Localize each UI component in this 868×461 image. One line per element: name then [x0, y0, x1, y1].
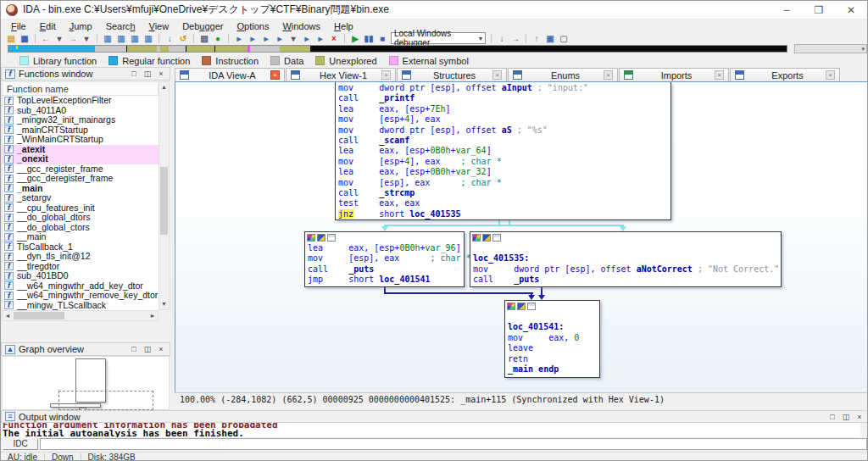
menu-item-windows[interactable]: Windows: [275, 21, 327, 31]
code-line[interactable]: mov dword ptr [esp], offset aNotCorrect …: [470, 264, 781, 275]
navigation-band[interactable]: [8, 45, 787, 53]
function-list-vscrollbar[interactable]: ▲ ▼: [159, 81, 170, 310]
node-group-icon[interactable]: [517, 303, 526, 310]
nav-band-scale-control[interactable]: ▾: [794, 44, 867, 53]
panel-restore-icon[interactable]: □: [127, 69, 141, 78]
graph-node-loc-401535[interactable]: loc_401535:mov dword ptr [esp], offset a…: [470, 231, 782, 287]
scroll-down-icon[interactable]: ▼: [159, 299, 169, 309]
node-window-icon[interactable]: [527, 303, 536, 310]
tab-imports[interactable]: Imports×: [619, 68, 729, 81]
menu-item-search[interactable]: Search: [99, 21, 142, 31]
jump-to-segment-icon[interactable]: ▥: [102, 33, 114, 44]
menu-item-edit[interactable]: Edit: [33, 21, 63, 31]
debugger-selector[interactable]: Local Windows debugger▾: [391, 32, 486, 44]
menu-item-debugger[interactable]: Debugger: [175, 21, 230, 31]
minimize-button[interactable]: –: [771, 1, 803, 19]
tab-close-button[interactable]: ×: [604, 70, 613, 80]
menu-item-file[interactable]: File: [4, 21, 33, 31]
menu-item-help[interactable]: Help: [327, 21, 360, 31]
tab-close-button[interactable]: ×: [715, 70, 724, 80]
tab-enums[interactable]: Enums×: [508, 68, 618, 81]
node-window-icon[interactable]: [492, 234, 501, 242]
node-window-icon[interactable]: [327, 234, 336, 242]
tab-exports[interactable]: Exports×: [730, 68, 840, 81]
stop-process-icon[interactable]: ■: [376, 33, 388, 44]
code-line[interactable]: mov dword ptr [esp], offset aInput ; "in…: [336, 83, 670, 93]
function-list-item[interactable]: fTopLevelExceptionFilter: [3, 96, 159, 106]
code-line[interactable]: lea eax, [esp+7Eh]: [336, 104, 670, 114]
panel-close-icon[interactable]: ×: [154, 345, 168, 353]
code-line[interactable]: call _scanf: [336, 136, 670, 146]
code-line[interactable]: mov [esp], eax ; char *: [305, 253, 464, 264]
code-line[interactable]: call _strcmp: [336, 188, 670, 198]
function-list-item[interactable]: f__gcc_deregister_frame: [3, 174, 159, 184]
code-line[interactable]: mov dword ptr [esp], offset aS ; "%s": [336, 125, 670, 136]
code-line[interactable]: loc_401535:: [470, 253, 781, 264]
vscroll-thumb[interactable]: [160, 167, 168, 235]
detach-process-icon[interactable]: ▢: [558, 33, 570, 44]
graph-view-canvas[interactable]: mov dword ptr [esp], offset aInput ; "in…: [175, 81, 868, 392]
code-line[interactable]: test eax, eax: [336, 198, 670, 208]
function-list-item[interactable]: f_setargv: [3, 193, 159, 203]
debugger-tool-icon-1[interactable]: ▸: [233, 33, 245, 44]
code-line[interactable]: lea eax, [esp+0B0h+var_32]: [336, 167, 670, 177]
tab-hex-view-1[interactable]: Hex View-1×: [286, 68, 396, 81]
panel-float-icon[interactable]: ◫: [141, 345, 154, 353]
tab-close-button[interactable]: ×: [826, 70, 835, 80]
debugger-tool-icon-4[interactable]: ▸: [274, 33, 286, 44]
debugger-dropdown-icon[interactable]: ▾: [287, 33, 299, 44]
jump-to-xref-icon[interactable]: ▥: [142, 33, 154, 44]
tab-structures[interactable]: Structures×: [397, 68, 507, 81]
code-line[interactable]: mov [esp+4], eax: [336, 114, 670, 125]
debugger-tool-icon-5[interactable]: ▸: [301, 33, 313, 44]
scroll-left-icon[interactable]: ◄: [3, 311, 13, 320]
tab-close-button[interactable]: ×: [492, 70, 502, 80]
node-colors-icon[interactable]: [472, 234, 481, 242]
code-line[interactable]: jmp short loc_401541: [305, 275, 464, 285]
code-line[interactable]: loc_401541:: [505, 322, 599, 332]
function-list-item[interactable]: f_onexit: [3, 154, 159, 164]
node-group-icon[interactable]: [317, 234, 326, 242]
panel-restore-icon[interactable]: □: [127, 345, 141, 353]
scroll-up-icon[interactable]: ▲: [159, 82, 169, 92]
code-line[interactable]: call _puts: [470, 275, 781, 285]
function-list-item[interactable]: f_mingw32_init_mainargs: [3, 115, 159, 125]
code-line[interactable]: call _puts: [305, 264, 464, 275]
cli-language-button[interactable]: IDC: [3, 438, 38, 450]
pause-process-icon[interactable]: ▮▮: [363, 33, 375, 44]
save-icon[interactable]: ▦: [19, 33, 31, 44]
node-colors-icon[interactable]: [307, 234, 315, 242]
panel-close-icon[interactable]: ×: [154, 69, 168, 78]
function-list-item[interactable]: f__do_global_dtors: [3, 213, 159, 223]
run-until-return-icon[interactable]: ↑: [531, 33, 542, 44]
jump-by-name-icon[interactable]: ▥: [115, 33, 127, 44]
start-process-icon[interactable]: ▶: [349, 33, 361, 44]
function-list-item[interactable]: f_WinMainCRTStartup: [3, 135, 159, 145]
function-list-item[interactable]: f__w64_mingwthr_remove_key_dtor: [3, 291, 159, 301]
jump-back-dropdown-icon[interactable]: ▾: [53, 33, 65, 44]
function-list-item[interactable]: f__main: [3, 232, 159, 242]
function-name-column-header[interactable]: Function name: [2, 81, 159, 96]
jump-to-address-icon[interactable]: ↓: [164, 33, 175, 44]
node-group-icon[interactable]: [482, 234, 491, 242]
code-line[interactable]: mov eax, 0: [505, 333, 599, 343]
graph-overview-canvas[interactable]: [2, 356, 170, 410]
jump-forward-dropdown-icon[interactable]: ▾: [81, 33, 92, 44]
step-over-icon[interactable]: →: [509, 33, 521, 44]
snapshot-icon[interactable]: ▨: [198, 33, 210, 44]
node-colors-icon[interactable]: [507, 303, 515, 310]
menu-item-jump[interactable]: Jump: [63, 21, 99, 31]
function-list-item[interactable]: f__dyn_tls_init@12: [3, 252, 159, 262]
graph-node-correct[interactable]: lea eax, [esp+0B0h+var_96]mov [esp], eax…: [304, 231, 465, 287]
debugger-tool-icon-3[interactable]: ▸: [260, 33, 272, 44]
function-list-item[interactable]: f__mingw_TLScallback: [3, 301, 159, 311]
undo-history-icon[interactable]: ↺: [177, 33, 189, 44]
graph-node-loc-401541[interactable]: loc_401541:mov eax, 0leaveretn_main endp: [504, 300, 600, 378]
panel-restore-icon[interactable]: □: [826, 413, 839, 421]
step-into-icon[interactable]: ↓: [496, 33, 508, 44]
code-line[interactable]: [505, 312, 599, 322]
code-line[interactable]: jnz short loc_401535: [336, 209, 670, 219]
scroll-right-icon[interactable]: ►: [147, 311, 158, 320]
function-list-item[interactable]: fsub_401BD0: [3, 271, 159, 281]
cli-input[interactable]: [40, 438, 867, 450]
